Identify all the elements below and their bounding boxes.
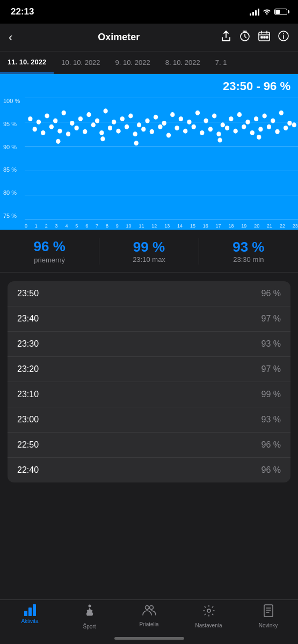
wifi-icon [263,8,271,16]
svg-point-73 [134,141,139,145]
svg-point-6 [284,34,284,34]
gear-icon [202,604,215,620]
svg-point-46 [91,122,96,127]
stat-min: 93 % 23:30 min [199,239,298,264]
svg-point-68 [275,129,279,134]
svg-point-77 [145,606,149,610]
svg-point-49 [116,129,120,134]
svg-rect-2 [261,36,263,38]
data-value-5: 93 % [261,415,281,425]
svg-point-26 [187,120,191,125]
tab-priatelia-label: Priatelia [139,621,158,627]
tab-aktivita-label: Aktivita [21,618,38,624]
svg-point-40 [41,130,45,135]
data-row-7[interactable]: 22:40 96 % [8,458,290,482]
svg-point-53 [150,129,154,134]
svg-point-18 [120,116,125,121]
svg-point-57 [183,129,187,134]
tab-nastavenia-label: Nastavenia [195,623,222,628]
svg-point-38 [287,121,292,126]
data-row-3[interactable]: 23:20 97 % [8,357,290,382]
data-time-5: 23:00 [17,415,39,425]
svg-point-17 [112,120,116,125]
svg-point-28 [203,118,208,123]
svg-point-39 [33,127,37,131]
tab-sport-label: Šport [83,624,96,630]
data-value-2: 93 % [261,339,281,349]
data-row-5[interactable]: 23:00 93 % [8,407,290,433]
status-time: 22:13 [11,6,34,17]
svg-point-78 [149,606,153,610]
data-time-3: 23:20 [17,364,39,374]
nav-title: Oximeter [17,32,221,43]
stat-average-value: 96 % [34,238,66,255]
svg-point-56 [175,126,179,130]
data-row-0[interactable]: 23:50 96 % [8,281,290,306]
people-icon [142,604,156,619]
svg-point-48 [108,126,112,130]
date-tab-4[interactable]: 7. 1 [208,52,235,74]
y-label-85: 85 % [3,166,20,173]
add-timer-icon[interactable] [239,30,251,45]
tab-novinky[interactable]: Novinky [238,604,298,628]
stat-min-label: 23:30 min [233,255,264,264]
data-time-7: 22:40 [17,465,39,475]
svg-point-74 [217,138,222,143]
svg-point-21 [145,118,149,123]
svg-point-69 [284,126,288,130]
data-value-0: 96 % [261,289,281,298]
tab-priatelia[interactable]: Priatelia [119,604,179,627]
date-tab-1[interactable]: 10. 10. 2022 [54,52,107,74]
doc-icon [263,604,274,620]
data-row-1[interactable]: 23:40 97 % [8,306,290,332]
data-value-7: 96 % [261,465,281,475]
svg-point-50 [125,125,129,129]
svg-point-66 [258,127,263,131]
svg-point-30 [221,122,225,127]
date-tab-2[interactable]: 9. 10. 2022 [108,52,158,74]
svg-point-52 [141,127,146,131]
svg-rect-4 [266,36,268,38]
y-label-80: 80 % [3,189,20,196]
data-time-2: 23:30 [17,339,39,349]
svg-point-42 [57,129,62,134]
svg-point-67 [267,125,271,129]
svg-point-19 [128,113,133,118]
x-axis-labels: 0 1 2 3 4 5 6 7 8 9 10 11 12 13 14 15 16… [25,223,298,229]
back-button[interactable]: ‹ [9,31,12,45]
chart-svg [25,98,298,219]
calendar-icon[interactable] [258,31,270,44]
svg-point-29 [212,113,216,118]
svg-point-9 [45,113,49,118]
data-row-6[interactable]: 22:50 96 % [8,433,290,458]
data-row-4[interactable]: 23:10 99 % [8,382,290,407]
date-tab-3[interactable]: 8. 10. 2022 [158,52,208,74]
svg-point-64 [242,125,246,129]
tab-nastavenia[interactable]: Nastavenia [179,604,238,628]
svg-point-14 [86,112,91,117]
svg-point-43 [66,131,70,136]
svg-point-27 [195,111,200,115]
svg-point-13 [78,116,83,121]
status-icons [250,8,287,16]
data-value-3: 97 % [261,364,281,374]
svg-point-75 [257,135,261,140]
bar-chart-icon [24,604,36,616]
share-icon[interactable] [221,30,231,45]
tab-bar: Aktivita Šport Priatelia [0,599,298,644]
tab-sport[interactable]: Šport [60,604,119,630]
data-value-1: 97 % [261,314,281,324]
tab-aktivita[interactable]: Aktivita [0,604,60,624]
svg-point-63 [234,129,238,134]
svg-point-12 [70,121,74,126]
data-time-6: 22:50 [17,440,39,450]
battery-icon [274,9,287,15]
nav-bar: ‹ Oximeter [0,24,298,52]
date-tab-0[interactable]: 11. 10. 2022 [0,52,54,74]
svg-point-61 [216,131,221,136]
svg-point-35 [263,113,267,118]
info-icon[interactable] [278,30,289,45]
svg-point-55 [166,133,171,138]
data-row-2[interactable]: 23:30 93 % [8,332,290,357]
nav-actions [221,30,289,45]
